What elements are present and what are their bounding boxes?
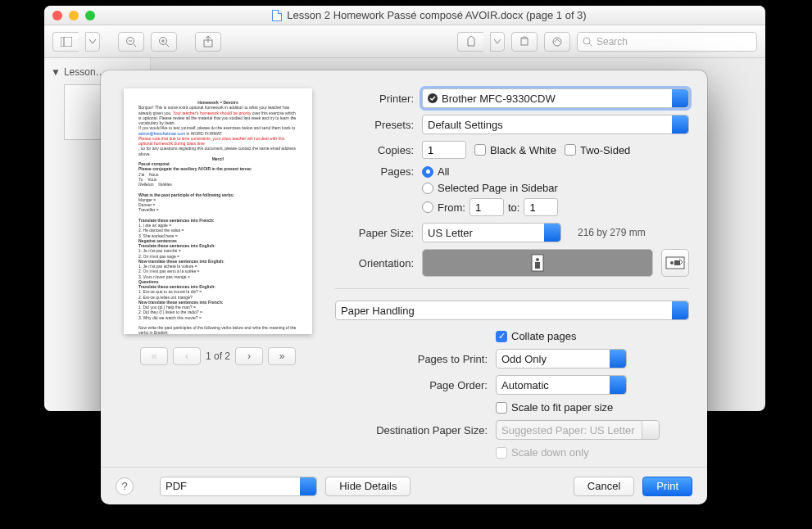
page-order-select[interactable]: Automatic ▴▾ (496, 375, 627, 395)
svg-line-6 (166, 43, 170, 47)
document-icon (272, 10, 282, 21)
titlebar: Lesson 2 Homework Passé composé AVOIR.do… (44, 6, 765, 25)
highlight-dropdown-button[interactable] (490, 32, 505, 52)
copies-input[interactable] (422, 141, 466, 159)
dest-paper-size-select: Suggested Paper: US Letter ▴▾ (496, 420, 660, 440)
orientation-label: Orientation: (335, 257, 414, 269)
radio-icon (422, 201, 433, 213)
divider (335, 288, 689, 289)
share-button[interactable] (195, 32, 221, 52)
traffic-lights (52, 11, 95, 20)
print-preview-page: Homework = Devoirs Bonjour! This is some… (124, 88, 312, 334)
pages-to-input[interactable] (524, 198, 558, 216)
highlight-button[interactable] (457, 32, 483, 52)
pages-sidebar-radio[interactable]: Selected Page in Sidebar (422, 182, 558, 194)
paper-size-hint: 216 by 279 mm (578, 227, 646, 238)
checkbox-icon: ✓ (496, 331, 507, 342)
svg-point-14 (583, 38, 590, 44)
chevron-updown-icon: ▴▾ (618, 353, 622, 364)
chevron-updown-icon: ▴▾ (680, 119, 684, 130)
copies-label: Copies: (335, 144, 414, 156)
markup-button[interactable] (544, 32, 570, 52)
search-field[interactable]: Search (577, 32, 757, 52)
printer-label: Printer: (335, 93, 414, 105)
page-indicator: 1 of 2 (206, 350, 230, 362)
rotate-button[interactable] (511, 32, 538, 52)
window-title-text: Lesson 2 Homework Passé composé AVOIR.do… (287, 9, 586, 21)
close-window-button[interactable] (52, 11, 62, 20)
prev-page-button[interactable]: ‹ (173, 347, 201, 365)
sidebar-toggle-button[interactable] (52, 32, 79, 52)
collate-checkbox[interactable]: ✓ Collate pages (496, 330, 577, 342)
window-title: Lesson 2 Homework Passé composé AVOIR.do… (102, 9, 757, 21)
print-button[interactable]: Print (642, 477, 692, 496)
checkbox-icon (496, 402, 507, 414)
dest-paper-size-label: Destination Paper Size: (335, 424, 488, 436)
page-order-label: Page Order: (335, 379, 488, 391)
checkbox-icon (496, 447, 507, 459)
dest-paper-size-value: Suggested Paper: US Letter (501, 424, 635, 436)
chevron-down-icon: ▾ (309, 483, 312, 489)
printer-select[interactable]: Brother MFC-9330CDW ▴▾ (422, 88, 689, 108)
scale-to-fit-checkbox[interactable]: Scale to fit paper size (496, 401, 613, 414)
pages-from-radio[interactable]: From: to: (422, 198, 558, 216)
toolbar: Search (44, 25, 765, 58)
pages-from-input[interactable] (470, 198, 504, 216)
next-page-button[interactable]: › (235, 347, 263, 365)
sidebar-dropdown-button[interactable] (85, 32, 100, 52)
radio-icon (422, 183, 433, 194)
svg-rect-22 (674, 260, 680, 265)
chevron-updown-icon: ▴▾ (618, 379, 622, 391)
search-icon (583, 37, 592, 47)
pages-all-radio[interactable]: All (422, 165, 558, 178)
chevron-updown-icon: ▴▾ (552, 227, 556, 238)
svg-rect-19 (535, 262, 540, 269)
print-section-value: Paper Handling (341, 305, 415, 317)
help-button[interactable]: ? (116, 477, 134, 495)
paper-size-select[interactable]: US Letter ▴▾ (422, 223, 561, 242)
orientation-landscape-button[interactable] (661, 249, 689, 277)
print-dialog: Homework = Devoirs Bonjour! This is some… (101, 70, 707, 504)
zoom-in-button[interactable] (151, 32, 177, 52)
search-placeholder: Search (597, 36, 628, 47)
svg-point-21 (670, 261, 674, 264)
paper-size-label: Paper Size: (335, 227, 414, 239)
minimize-window-button[interactable] (69, 11, 79, 20)
black-white-checkbox[interactable]: Black & White (474, 144, 556, 156)
first-page-button[interactable]: « (140, 347, 168, 365)
pages-label: Pages: (335, 165, 414, 178)
two-sided-checkbox[interactable]: Two-Sided (565, 144, 630, 156)
presets-value: Default Settings (428, 119, 503, 131)
zoom-out-button[interactable] (118, 32, 144, 52)
hide-details-button[interactable]: Hide Details (325, 477, 411, 496)
cancel-button[interactable]: Cancel (574, 477, 634, 496)
chevron-updown-icon: ▴▾ (680, 305, 684, 316)
page-order-value: Automatic (501, 379, 549, 391)
zoom-window-button[interactable] (85, 11, 95, 20)
paper-size-value: US Letter (428, 227, 473, 239)
presets-label: Presets: (335, 119, 414, 131)
scale-down-only-checkbox: Scale down only (496, 446, 589, 459)
printer-value: Brother MFC-9330CDW (442, 93, 556, 105)
print-section-select[interactable]: Paper Handling ▴▾ (335, 301, 689, 320)
page-thumbnail[interactable] (64, 84, 105, 140)
presets-select[interactable]: Default Settings ▴▾ (422, 115, 689, 134)
pages-to-print-select[interactable]: Odd Only ▴▾ (496, 349, 627, 368)
pages-to-print-value: Odd Only (501, 353, 547, 365)
checkbox-icon (474, 144, 486, 156)
svg-line-3 (134, 43, 137, 47)
print-settings: Printer: Brother MFC-9330CDW ▴▾ Presets:… (335, 88, 689, 459)
orientation-portrait-button[interactable] (422, 249, 653, 277)
last-page-button[interactable]: » (268, 347, 296, 365)
chevron-updown-icon: ▴▾ (680, 93, 684, 104)
svg-rect-12 (521, 38, 528, 45)
pdf-menu-button[interactable]: PDF ▾ (160, 477, 317, 496)
svg-point-18 (536, 258, 539, 261)
disclosure-triangle-icon: ▼ (51, 66, 61, 78)
radio-icon (422, 166, 433, 178)
svg-line-15 (589, 43, 592, 46)
svg-marker-11 (468, 36, 474, 46)
checkbox-icon (565, 144, 576, 156)
preview-pager: « ‹ 1 of 2 › » (140, 347, 296, 365)
chevron-updown-icon: ▴▾ (651, 424, 655, 436)
